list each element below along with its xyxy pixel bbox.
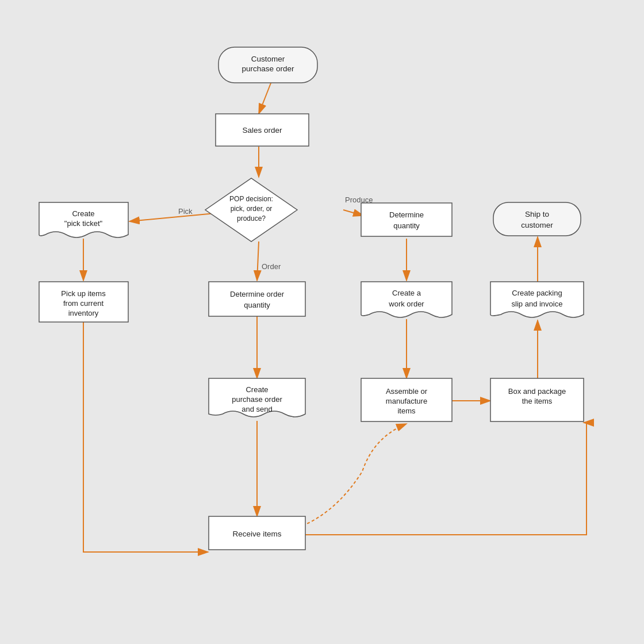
label-customer-po2: purchase order <box>242 64 294 73</box>
label-create-po3: and send <box>241 405 273 413</box>
label-packing2: slip and invoice <box>512 300 563 308</box>
label-customer-po: Customer <box>251 55 285 63</box>
label-pop1: POP decision: <box>229 195 273 203</box>
flowchart-svg: Pick Produce Order Customer purchase ord… <box>0 0 644 644</box>
node-determine-order-qty <box>209 282 305 316</box>
arrow-pickup-to-receive <box>83 319 208 552</box>
arrow-po-to-sales <box>259 82 271 114</box>
label-pickup1: Pick up items <box>61 289 106 298</box>
node-ship-customer <box>493 202 581 236</box>
label-work-order2: work order <box>388 300 424 308</box>
label-work-order1: Create a <box>392 289 421 297</box>
label-box1: Box and package <box>508 387 566 396</box>
label-box2: the items <box>522 397 553 405</box>
label-det-qty2: quantity <box>393 221 420 230</box>
label-det-order2: quantity <box>244 301 270 309</box>
arrow-pop-to-det-order-qty <box>257 241 259 281</box>
label-pickup2: from current <box>63 299 103 308</box>
flowchart-container: Pick Produce Order Customer purchase ord… <box>0 0 644 644</box>
label-pickup3: inventory <box>68 309 99 317</box>
label-create-po1: Create <box>246 385 268 394</box>
node-det-qty <box>361 203 452 236</box>
label-ship2: customer <box>521 221 553 229</box>
label-pop2: pick, order, or <box>231 205 273 213</box>
order-label: Order <box>262 262 281 271</box>
label-det-qty1: Determine <box>389 210 424 219</box>
label-pick-ticket2: "pick ticket" <box>64 219 103 228</box>
label-packing1: Create packing <box>512 289 562 297</box>
label-ship1: Ship to <box>525 210 549 218</box>
label-pop3: produce? <box>237 214 266 223</box>
arrow-receive-to-box <box>305 423 586 535</box>
pick-label: Pick <box>178 207 193 216</box>
arrow-pop-to-det-qty <box>343 210 363 216</box>
label-receive: Receive items <box>233 530 282 538</box>
label-assemble2: manufacture <box>386 397 427 405</box>
label-assemble3: items <box>397 407 416 415</box>
label-create-po2: purchase order <box>232 395 282 404</box>
label-sales-order: Sales order <box>242 126 282 135</box>
label-det-order1: Determine order <box>230 290 285 298</box>
label-pick-ticket1: Create <box>72 209 94 218</box>
label-assemble1: Assemble or <box>386 387 428 396</box>
